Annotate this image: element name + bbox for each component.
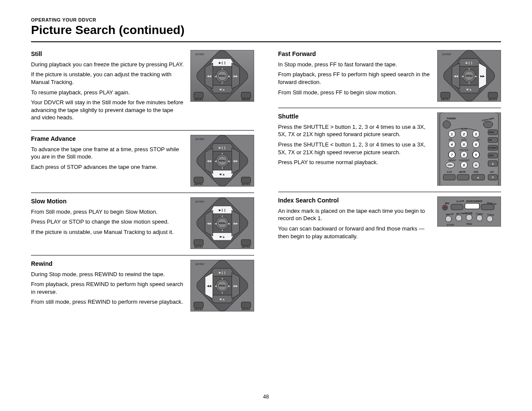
svg-rect-22 [194, 177, 203, 183]
divider [31, 255, 254, 255]
svg-text:TITLE: TITLE [467, 223, 473, 225]
frame-p1: To advance the tape one frame at a time,… [31, 146, 184, 161]
svg-text:▼: ▼ [468, 82, 470, 84]
ff-figure: ENTER DECK1 DECK2 ▶❙❙ ■/▲ ◀◀ [437, 50, 501, 102]
svg-text:▶: ▶ [228, 222, 230, 225]
svg-text:▼: ▼ [221, 167, 224, 169]
svg-text:3: 3 [475, 133, 477, 136]
svg-text:◀: ◀ [214, 75, 216, 78]
title-divider [31, 41, 501, 42]
ff-heading: Fast Forward [278, 50, 432, 58]
svg-text:MENU: MENU [219, 75, 226, 77]
svg-text:■/▲: ■/▲ [219, 298, 225, 301]
still-p1: During playback you can freeze the pictu… [31, 61, 184, 68]
svg-text:▲: ▲ [221, 152, 224, 155]
svg-text:DECK2: DECK2 [241, 308, 250, 311]
index-p2: You can scan backward or forward and fin… [278, 225, 432, 240]
frame-figure: ENTER DECK1 DECK2 ▶❙❙ ■/▲ ◀◀ [190, 135, 254, 187]
svg-text:REPEAT: REPEAT [448, 159, 457, 162]
svg-text:DECK2: DECK2 [241, 246, 250, 248]
svg-text:ENTER: ENTER [442, 53, 451, 56]
slow-heading: Slow Motion [31, 197, 184, 206]
svg-text:▼: ▼ [221, 229, 224, 232]
svg-text:▼: ▼ [221, 292, 224, 294]
svg-text:100+: 100+ [448, 164, 453, 166]
svg-text:MENU: MENU [466, 75, 473, 77]
svg-text:SEARCH/INDEX: SEARCH/INDEX [466, 200, 482, 202]
svg-text:DECK2: DECK2 [241, 98, 250, 101]
rewind-p2: From playback, press REWIND to perform h… [31, 280, 184, 296]
svg-text:DECK1: DECK1 [194, 183, 203, 186]
slow-p2: Press PLAY or STOP to change the slow mo… [31, 218, 184, 226]
svg-text:■/▲: ■/▲ [219, 235, 225, 238]
svg-text:MENU: MENU [219, 159, 226, 162]
svg-text:ENTER: ENTER [447, 224, 454, 226]
left-column: Still During playback you can freeze the… [31, 50, 254, 311]
svg-text:▶: ▶ [475, 75, 477, 78]
svg-text:ENTER: ENTER [195, 53, 204, 56]
svg-text:◀: ◀ [214, 222, 216, 225]
svg-text:1: 1 [451, 133, 453, 136]
slow-p1: From Still mode, press PLAY to begin Slo… [31, 208, 184, 216]
svg-rect-23 [241, 177, 251, 183]
svg-text:◀◀: ◀◀ [207, 75, 212, 78]
svg-text:2: 2 [463, 133, 465, 136]
svg-text:POWER: POWER [447, 117, 456, 120]
svg-text:DECK2: DECK2 [488, 98, 498, 101]
svg-text:DECK2: DECK2 [241, 183, 250, 186]
right-column: Fast Forward In Stop mode, press FF to f… [278, 50, 501, 311]
svg-text:ENTER: ENTER [195, 263, 204, 265]
svg-text:•CH: •CH [490, 171, 494, 173]
frame-p2: Each press of STOP advances the tape one… [31, 163, 184, 171]
svg-text:DECK1: DECK1 [441, 98, 450, 101]
svg-text:4: 4 [451, 143, 453, 146]
still-figure: ENTER DECK1 DECK2 ▶❙❙ [190, 50, 254, 124]
svg-text:▶❙❙: ▶❙❙ [218, 146, 226, 149]
svg-text:F.ADV/SKIP: F.ADV/SKIP [459, 159, 469, 162]
svg-text:•VCR: •VCR [488, 131, 494, 134]
svg-point-169 [456, 215, 462, 221]
svg-text:REC: REC [445, 202, 450, 205]
svg-text:•LCV: •LCV [447, 171, 452, 173]
svg-text:▶▶: ▶▶ [233, 222, 238, 225]
index-p1: An index mark is placed on the tape each… [278, 207, 432, 222]
divider [278, 192, 501, 192]
svg-text:MENU: MENU [219, 222, 226, 224]
svg-point-168 [445, 216, 451, 222]
svg-text:▷▷: ▷▷ [473, 149, 477, 151]
svg-text:■/▲: ■/▲ [219, 173, 225, 176]
slow-p3: If the picture is unstable, use Manual T… [31, 228, 184, 236]
svg-text:0: 0 [463, 164, 465, 167]
svg-rect-4 [241, 92, 251, 98]
shuttle-p3: Press PLAY to resume normal playback. [278, 159, 432, 166]
svg-rect-147 [443, 174, 455, 180]
divider [31, 130, 254, 131]
svg-text:▲: ▲ [221, 215, 224, 217]
svg-text:•MUTE: •MUTE [459, 171, 466, 173]
svg-text:▶❙❙: ▶❙❙ [218, 209, 226, 212]
svg-text:▲: ▲ [221, 277, 224, 280]
shuttle-figure: POWER COPY•TAPE •VCR •TV •CABLE •DSS [437, 112, 501, 186]
svg-text:▶▶: ▶▶ [480, 75, 485, 78]
svg-text:◀: ◀ [461, 75, 464, 78]
still-p2: If the picture is unstable, you can adju… [31, 71, 184, 86]
svg-point-99 [483, 121, 493, 128]
section-label: OPERATING YOUR DDVCR [31, 17, 501, 22]
svg-rect-162 [481, 204, 494, 210]
ff-p3: From Still mode, press FF to begin slow … [278, 89, 432, 97]
svg-rect-161 [465, 203, 479, 209]
svg-text:◀◀: ◀◀ [454, 75, 458, 78]
rewind-figure: ENTER DECK1 DECK2 ▶❙❙ ■/▲ ◀◀ [190, 260, 254, 311]
svg-text:AUTO: AUTO [461, 139, 467, 141]
svg-text:■/▲: ■/▲ [219, 88, 225, 91]
svg-point-171 [476, 215, 482, 221]
svg-text:◀◀: ◀◀ [207, 222, 212, 225]
svg-text:•VOL: •VOL [473, 171, 479, 173]
svg-text:◁◁: ◁◁ [451, 149, 454, 151]
svg-text:ENTER: ENTER [195, 138, 204, 140]
svg-text:▲: ▲ [477, 176, 480, 179]
page-number: 48 [263, 394, 269, 400]
svg-text:SLOW: SLOW [461, 128, 468, 130]
svg-rect-148 [457, 174, 469, 180]
svg-rect-80 [488, 92, 498, 98]
